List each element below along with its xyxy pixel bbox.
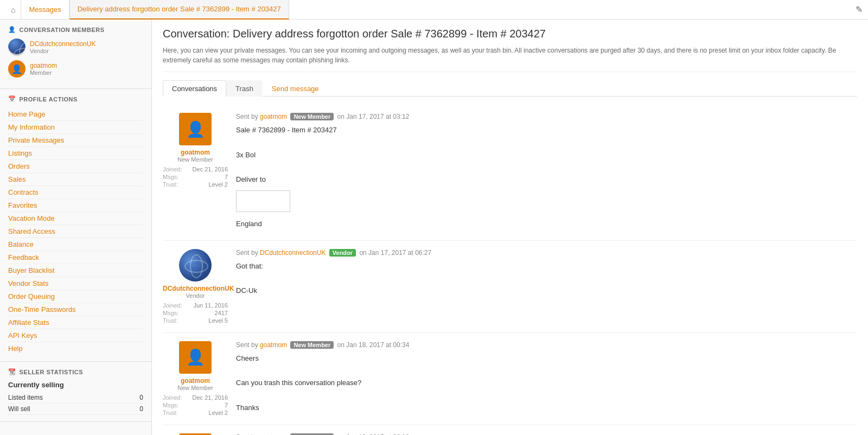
message-block: 👤 goatmom New Member Joined:Dec 21, 2016… [163,333,857,425]
info-text: Here, you can view your private messages… [163,46,857,72]
sender-panel: DCdutchconnectionUK Vendor Joined:Jun 11… [163,249,228,324]
members-icon: 👤 [8,26,16,33]
message-date: on Jan 17, 2017 at 06:27 [359,249,431,257]
sender-name[interactable]: goatmom [163,377,228,385]
sidebar-link[interactable]: Affiliate Stats [8,316,143,329]
tabs-bar: Conversations Trash Send message [163,80,857,97]
sidebar-link[interactable]: Listings [8,147,143,160]
sidebar-link[interactable]: API Keys [8,329,143,342]
conversation-nav-tab[interactable]: Delivery address forgotton order Sale # … [69,0,289,20]
member-sender-avatar: 👤 [179,341,212,374]
sender-badge: New Member [290,341,334,349]
sidebar-link[interactable]: Help [8,342,143,355]
sender-details: Joined:Dec 21, 2016 Msgs:7 Trust:Level 2 [163,394,228,417]
message-text: Got that:DC-Uk [236,261,857,297]
page-title: Conversation: Delivery address forgotton… [163,28,857,40]
sidebar-link[interactable]: Buyer Blacklist [8,264,143,277]
sender-name[interactable]: goatmom [163,149,228,156]
joined-label: Joined: [163,302,182,309]
vendor-info: DCdutchconnectionUK Vendor [30,40,95,54]
message-text: CheersCan you trash this conversation pl… [236,353,857,414]
message-meta: Sent by goatmom New Member on Jan 19, 20… [236,433,857,435]
member-sender-avatar: 👤 [179,113,212,145]
sender-link[interactable]: goatmom [260,433,287,435]
stat-label: Will sell [8,405,30,413]
conversation-members-title: 👤 CONVERSATION MEMBERS [8,26,143,33]
messages-nav-tab[interactable]: Messages [21,0,69,20]
seller-statistics-title: 📆 SELLER STATISTICS [8,368,143,375]
message-date: on Jan 18, 2017 at 00:34 [337,341,410,349]
page-layout: 👤 CONVERSATION MEMBERS DCdutchconnection… [0,20,868,435]
sidebar-link[interactable]: Contracts [8,186,143,199]
profile-icon: 📅 [8,95,16,103]
profile-actions-title: 📅 PROFILE ACTIONS [8,95,143,103]
seller-stat-row: Listed items0 [8,392,143,404]
vendor-role: Vendor [30,48,95,54]
msgs-value: 7 [225,174,228,180]
msgs-label: Msgs: [163,310,178,316]
message-line: Sale # 7362899 - Item # 203427 [236,125,857,136]
sidebar-link[interactable]: One-Time Passwords [8,303,143,316]
joined-value: Dec 21, 2016 [193,394,228,401]
seller-stat-row: Will sell0 [8,404,143,415]
msgs-value: 7 [225,402,228,408]
sender-panel: 👤 goatmom New Member Joined:Dec 21, 2016… [163,341,228,417]
message-body: Sent by goatmom New Member on Jan 19, 20… [236,433,857,435]
sidebar-link[interactable]: Shared Access [8,225,143,238]
trust-value: Level 5 [209,317,228,324]
sender-link[interactable]: goatmom [260,341,287,349]
message-meta: Sent by goatmom New Member on Jan 17, 20… [236,113,857,120]
message-text: Sale # 7362899 - Item # 2034273x BolDeli… [236,125,857,230]
tab-send-message[interactable]: Send message [263,80,328,97]
trust-label: Trust: [163,410,178,416]
sender-name[interactable]: DCdutchconnectionUK [163,285,228,292]
sender-link[interactable]: goatmom [260,113,287,120]
member-sender-avatar: 👤 [179,433,212,435]
message-line: 3x Bol [236,150,857,161]
joined-value: Dec 21, 2016 [193,166,228,172]
message-meta: Sent by goatmom New Member on Jan 18, 20… [236,341,857,349]
msgs-label: Msgs: [163,174,178,180]
message-line: Can you trash this conversation please? [236,378,857,389]
msgs-label: Msgs: [163,402,178,408]
message-date: on Jan 19, 2017 at 03:12 [337,433,410,435]
sender-role: New Member [163,156,228,163]
sidebar-link[interactable]: Home Page [8,108,143,121]
vendor-name[interactable]: DCdutchconnectionUK [30,40,95,48]
tab-conversations[interactable]: Conversations [163,80,226,97]
member-member-row: 👤 goatmom Member [8,60,143,78]
message-line: DC-Uk [236,285,857,297]
home-nav-icon[interactable]: ⌂ [5,5,21,14]
sidebar-link[interactable]: Balance [8,238,143,251]
sidebar-link[interactable]: Feedback [8,251,143,264]
settings-icon[interactable]: ✎ [856,4,863,15]
sender-panel: 👤 goatmom New Member Joined:Dec 21, 2016… [163,433,228,435]
message-block: 👤 goatmom New Member Joined:Dec 21, 2016… [163,105,857,241]
stat-value: 0 [139,394,143,401]
sidebar-link[interactable]: Order Queuing [8,290,143,303]
tab-trash[interactable]: Trash [226,80,263,97]
sender-role: New Member [163,385,228,391]
currently-selling-label: Currently selling [8,381,143,389]
sidebar-link[interactable]: Vacation Mode [8,212,143,225]
sidebar-link[interactable]: Vendor Stats [8,277,143,290]
top-navigation: ⌂ Messages Delivery address forgotton or… [0,0,868,20]
sidebar-link[interactable]: Sales [8,173,143,186]
message-line: Got that: [236,261,857,272]
sidebar-link[interactable]: Private Messages [8,134,143,147]
sender-badge: Vendor [329,249,356,257]
sender-badge: New Member [290,433,334,435]
message-date: on Jan 17, 2017 at 03:12 [337,113,410,120]
sender-link[interactable]: DCdutchconnectionUK [260,249,326,257]
vendor-sender-avatar [179,249,212,282]
member-name[interactable]: goatmom [30,62,57,69]
message-block: DCdutchconnectionUK Vendor Joined:Jun 11… [163,241,857,333]
sidebar-link[interactable]: My Information [8,121,143,134]
sidebar-link[interactable]: Favorites [8,199,143,212]
sidebar-link[interactable]: Orders [8,160,143,173]
message-line: England [236,219,857,230]
message-body: Sent by goatmom New Member on Jan 17, 20… [236,113,857,232]
joined-value: Jun 11, 2016 [193,302,228,309]
message-line: Deliver to [236,174,857,185]
trust-value: Level 2 [209,181,228,188]
